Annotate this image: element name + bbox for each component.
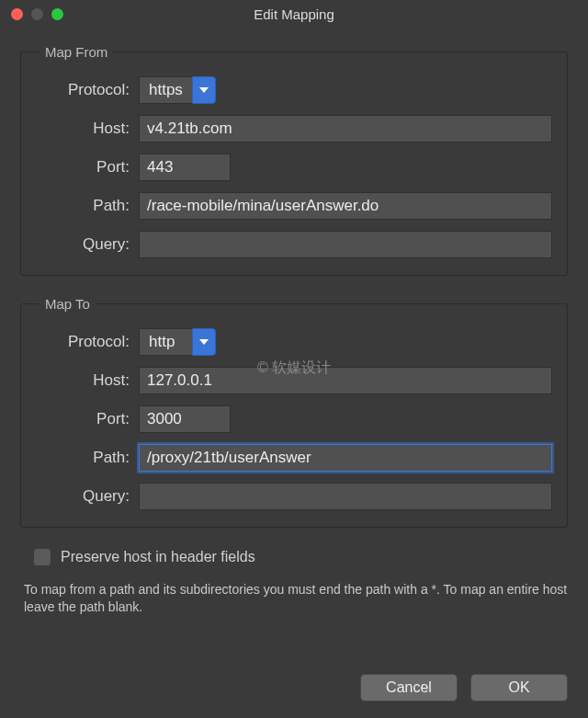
map-from-legend: Map From <box>40 44 113 60</box>
to-protocol-value: http <box>139 328 192 356</box>
from-port-input[interactable] <box>139 154 231 181</box>
to-path-input[interactable] <box>139 444 552 472</box>
chevron-down-icon <box>199 87 209 93</box>
zoom-icon[interactable] <box>51 8 63 20</box>
from-protocol-chevron[interactable] <box>192 76 216 104</box>
from-host-input[interactable] <box>139 115 552 142</box>
to-path-label: Path: <box>36 449 139 467</box>
cancel-button[interactable]: Cancel <box>360 674 458 701</box>
footer: Cancel OK <box>360 674 568 701</box>
window-title: Edit Mapping <box>0 6 588 22</box>
from-port-label: Port: <box>36 158 139 177</box>
close-icon[interactable] <box>11 8 23 20</box>
map-from-group: Map From Protocol: https Host: Port: Pat… <box>20 44 568 276</box>
titlebar: Edit Mapping <box>0 0 588 28</box>
from-host-label: Host: <box>36 120 139 138</box>
to-host-input[interactable] <box>139 367 552 394</box>
from-path-input[interactable] <box>139 192 552 220</box>
chevron-down-icon <box>199 339 209 345</box>
to-protocol-chevron[interactable] <box>192 328 216 356</box>
minimize-icon <box>31 8 43 20</box>
preserve-label: Preserve host in header fields <box>61 549 255 565</box>
from-query-input[interactable] <box>139 231 552 258</box>
to-query-input[interactable] <box>139 483 552 510</box>
preserve-row: Preserve host in header fields <box>33 548 568 566</box>
to-host-label: Host: <box>36 371 139 390</box>
from-protocol-select[interactable]: https <box>139 76 216 104</box>
map-to-legend: Map To <box>40 296 96 312</box>
to-protocol-select[interactable]: http <box>139 328 216 356</box>
from-path-label: Path: <box>36 197 139 215</box>
map-to-group: Map To Protocol: http Host: Port: Path: … <box>20 296 568 528</box>
from-protocol-label: Protocol: <box>36 81 139 99</box>
window-controls <box>11 8 63 20</box>
ok-button[interactable]: OK <box>470 674 568 701</box>
to-protocol-label: Protocol: <box>36 333 139 351</box>
from-protocol-value: https <box>139 76 192 104</box>
to-port-input[interactable] <box>139 405 231 433</box>
preserve-checkbox[interactable] <box>33 548 51 566</box>
from-query-label: Query: <box>36 235 139 254</box>
to-query-label: Query: <box>36 487 139 506</box>
to-port-label: Port: <box>36 410 139 428</box>
hint-text: To map from a path and its subdirectorie… <box>24 581 568 616</box>
